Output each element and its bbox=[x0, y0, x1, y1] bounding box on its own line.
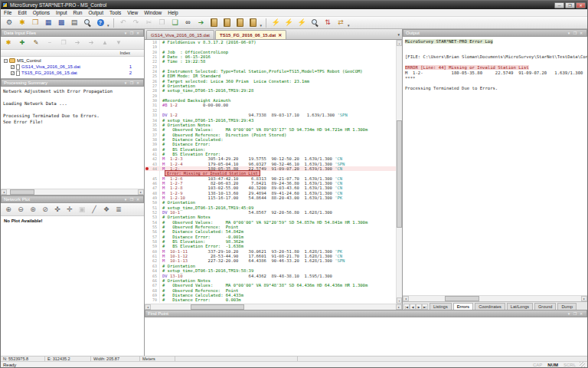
menu-help[interactable]: Help bbox=[165, 9, 181, 16]
menu-input[interactable]: Input bbox=[53, 9, 70, 16]
output-tab-latlongs[interactable]: Lat/Longs bbox=[507, 303, 533, 310]
input-files-tree[interactable]: −MS_Control✓GS14_Viva_2016_06_15.dat1✓TS… bbox=[1, 57, 144, 78]
editor-vscrollbar[interactable]: ▴ ▾ bbox=[396, 40, 402, 304]
output-tab-nav-icon[interactable]: ◀ bbox=[410, 304, 416, 310]
code-editor[interactable]: 18# FieldGenius v 8.3.17.2 (2016-06-07)1… bbox=[145, 40, 402, 304]
processing-summary-header[interactable]: Processing Summary ▾❐✕ bbox=[1, 79, 144, 87]
print-preview-icon[interactable] bbox=[81, 18, 93, 28]
input-book-icon[interactable] bbox=[208, 18, 220, 28]
zoom-previous-icon[interactable]: ⊘ bbox=[40, 205, 51, 215]
tree-root-row[interactable]: −MS_Control bbox=[1, 58, 144, 64]
output-tab-nav-icon[interactable]: |◀ bbox=[403, 304, 410, 310]
scrollbar-thumb[interactable] bbox=[397, 120, 402, 228]
scrollbar-thumb[interactable] bbox=[445, 296, 479, 301]
output-tab-listings[interactable]: Listings bbox=[430, 303, 452, 310]
save-all-icon[interactable]: ▩ bbox=[55, 18, 67, 28]
network-plot-header[interactable]: Network Plot ▾❐✕ bbox=[1, 196, 144, 203]
tab-list-dropdown-icon[interactable]: ▾ bbox=[397, 32, 400, 37]
output-tab-coordinates[interactable]: Coordinates bbox=[475, 303, 505, 310]
panel-float-icon[interactable]: ❐ bbox=[572, 30, 578, 36]
editor-hscrollbar[interactable]: ◂ ▸ bbox=[145, 304, 402, 310]
save-icon[interactable]: ▦ bbox=[42, 18, 54, 28]
zoom-in-icon[interactable]: ⊕ bbox=[3, 205, 14, 215]
new-project-icon[interactable]: ⚙ bbox=[3, 18, 15, 28]
add-files-icon[interactable]: ✱ bbox=[2, 38, 15, 48]
zoom-out-icon[interactable]: ⊖ bbox=[15, 205, 26, 215]
scroll-right-icon[interactable]: ▸ bbox=[396, 304, 402, 310]
points-reorder-icon[interactable]: ⇅ bbox=[322, 18, 334, 28]
output-hscrollbar[interactable]: ◂ ▸ bbox=[403, 295, 587, 301]
panel-float-icon[interactable]: ❐ bbox=[129, 196, 135, 202]
open-icon[interactable]: ❒ bbox=[29, 18, 41, 28]
find-point-icon[interactable]: ❖ bbox=[101, 205, 112, 215]
panel-float-icon[interactable]: ❐ bbox=[129, 80, 135, 86]
find-point-header[interactable]: Find Point ▾❐✕ bbox=[145, 310, 587, 317]
new-file-icon[interactable]: ✱ bbox=[16, 18, 28, 28]
toolbar-overflow-icon[interactable]: ▾ bbox=[348, 23, 351, 28]
scroll-down-icon[interactable]: ▾ bbox=[397, 297, 402, 304]
output-tab-nav-icon[interactable]: ▶| bbox=[422, 304, 428, 310]
output-book-icon[interactable] bbox=[221, 18, 234, 28]
expander-icon[interactable]: − bbox=[4, 59, 8, 63]
editor-tab[interactable]: TS15_FG_2016_06_15.dat✕ bbox=[215, 30, 286, 39]
run-blunder-detect-icon[interactable]: ⚡ bbox=[296, 18, 308, 28]
print-icon[interactable]: ▤ bbox=[68, 18, 80, 28]
panel-menu-icon[interactable]: ▾ bbox=[566, 30, 572, 36]
tab-close-icon[interactable]: ✕ bbox=[278, 32, 282, 38]
scroll-up-icon[interactable]: ▴ bbox=[397, 40, 402, 46]
maximize-button[interactable]: ❐ bbox=[565, 2, 575, 8]
panel-close-icon[interactable]: ✕ bbox=[135, 196, 141, 202]
output-tab-dump[interactable]: Dump bbox=[557, 303, 577, 310]
network-plot-canvas[interactable]: No Plot Available! bbox=[1, 216, 144, 356]
data-check-icon[interactable] bbox=[309, 18, 321, 28]
scroll-right-icon[interactable]: ▸ bbox=[581, 296, 587, 301]
find-point-content[interactable] bbox=[145, 317, 587, 356]
layers-icon[interactable]: ≣ bbox=[113, 205, 124, 215]
output-header[interactable]: Output ▾❐✕ bbox=[403, 29, 587, 37]
panel-close-icon[interactable]: ✕ bbox=[135, 80, 141, 86]
tree-file-row[interactable]: ✓GS14_Viva_2016_06_15.dat1 bbox=[1, 64, 144, 70]
toolbar-overflow-icon[interactable]: ▾ bbox=[107, 23, 110, 28]
output-tab-errors[interactable]: Errors bbox=[453, 303, 474, 310]
panel-close-icon[interactable]: ✕ bbox=[135, 30, 141, 36]
menu-file[interactable]: File bbox=[1, 9, 15, 16]
menu-output[interactable]: Output bbox=[86, 9, 107, 16]
menu-view[interactable]: View bbox=[124, 9, 141, 16]
checkbox-icon[interactable]: ✓ bbox=[11, 65, 15, 69]
editor-tab[interactable]: GS14_Viva_2016_06_15.dat bbox=[146, 30, 214, 39]
menu-tools[interactable]: Tools bbox=[106, 9, 124, 16]
minimize-button[interactable]: ─ bbox=[554, 2, 564, 8]
panel-float-icon[interactable]: ❐ bbox=[129, 30, 135, 36]
menu-run[interactable]: Run bbox=[70, 9, 86, 16]
scroll-left-icon[interactable]: ◂ bbox=[403, 296, 409, 301]
import-icon[interactable]: ➔ bbox=[195, 18, 207, 28]
scroll-right-icon[interactable]: ▸ bbox=[138, 189, 144, 195]
edit-file-icon[interactable]: ✎ bbox=[30, 38, 42, 48]
summary-hscrollbar[interactable]: ◂ ▸ bbox=[1, 189, 144, 195]
scrollbar-thumb[interactable] bbox=[191, 304, 244, 310]
pan-icon[interactable]: ✛ bbox=[64, 205, 75, 215]
run-preanalysis-icon[interactable]: ⚡ bbox=[283, 18, 295, 28]
center-point-icon[interactable]: ✜ bbox=[52, 205, 63, 215]
panel-close-icon[interactable]: ✕ bbox=[578, 310, 584, 317]
panel-menu-icon[interactable]: ▾ bbox=[566, 310, 572, 317]
scroll-left-icon[interactable]: ◂ bbox=[1, 189, 7, 195]
inverse-icon[interactable]: ╱ bbox=[89, 205, 100, 215]
scrollbar-thumb[interactable] bbox=[10, 189, 34, 195]
menu-window[interactable]: Window bbox=[141, 9, 165, 16]
listing-book-icon[interactable] bbox=[234, 18, 247, 28]
zoom-extents-icon[interactable]: ⊛ bbox=[28, 205, 38, 215]
checkbox-icon[interactable]: ✓ bbox=[11, 71, 15, 75]
close-button[interactable]: ✕ bbox=[576, 2, 586, 8]
run-adjustment-icon[interactable]: ⚡ bbox=[270, 18, 282, 28]
dump-book-icon[interactable] bbox=[247, 18, 260, 28]
panel-float-icon[interactable]: ❐ bbox=[572, 310, 578, 317]
find-icon[interactable]: ∞ bbox=[182, 18, 194, 28]
paste-icon[interactable]: ❑ bbox=[169, 18, 181, 28]
panel-menu-icon[interactable]: ▾ bbox=[122, 196, 129, 202]
output-tab-nav-icon[interactable]: ▶ bbox=[416, 304, 422, 310]
panel-close-icon[interactable]: ✕ bbox=[578, 30, 584, 36]
menu-options[interactable]: Options bbox=[30, 9, 53, 16]
tree-file-row[interactable]: ✓TS15_FG_2016_06_15.dat2 bbox=[1, 70, 144, 76]
toolbar-overflow-icon[interactable]: ▾ bbox=[260, 23, 263, 28]
